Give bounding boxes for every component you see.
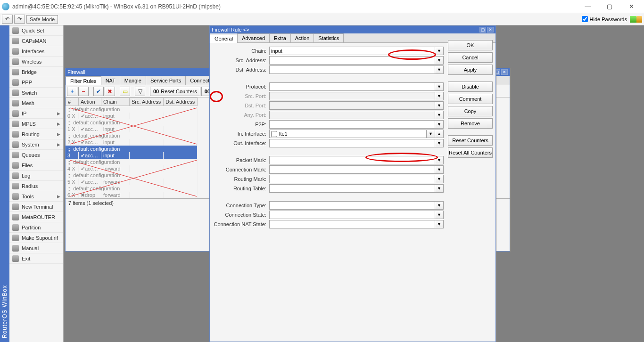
- table-row-comment[interactable]: ;;; default configuration: [66, 106, 198, 113]
- menu-item-wireless[interactable]: Wireless: [9, 57, 63, 67]
- firewall-tab-filter-rules[interactable]: Filter Rules: [66, 76, 101, 85]
- table-cell[interactable]: [164, 179, 198, 185]
- table-cell[interactable]: input: [101, 113, 130, 119]
- maximize-button[interactable]: ▢: [599, 0, 620, 13]
- dropdown-icon[interactable]: ▼: [435, 56, 444, 65]
- dialog-copy-button[interactable]: Copy: [448, 106, 493, 116]
- dialog-max-button[interactable]: ▢: [479, 27, 486, 33]
- table-cell[interactable]: 1 X: [66, 126, 79, 132]
- firewall-tab-nat[interactable]: NAT: [101, 76, 120, 85]
- remove-button[interactable]: –: [78, 87, 89, 96]
- table-cell[interactable]: ✖drop: [79, 192, 101, 198]
- menu-item-ip[interactable]: IP▶: [9, 108, 63, 119]
- table-cell[interactable]: forward: [101, 179, 130, 185]
- field-input-cnat[interactable]: [269, 220, 435, 228]
- table-cell[interactable]: input: [101, 126, 130, 132]
- menu-item-mpls[interactable]: MPLS▶: [9, 119, 63, 129]
- field-input-rmark[interactable]: [269, 175, 435, 183]
- dialog-tab-statistics[interactable]: Statistics: [314, 33, 344, 42]
- table-cell[interactable]: 0 X: [66, 113, 79, 119]
- enable-button[interactable]: ✔: [93, 87, 104, 96]
- table-cell[interactable]: [130, 113, 164, 119]
- table-cell[interactable]: [130, 179, 164, 185]
- add-button[interactable]: +: [67, 87, 77, 96]
- table-cell[interactable]: [130, 139, 164, 146]
- column-header[interactable]: Dst. Address: [164, 98, 198, 106]
- filter-button[interactable]: ▽: [135, 87, 145, 96]
- column-header[interactable]: Src. Address: [130, 98, 164, 106]
- column-header[interactable]: Action: [79, 98, 101, 106]
- table-cell[interactable]: [130, 152, 164, 159]
- table-cell[interactable]: [164, 113, 198, 119]
- table-cell[interactable]: 6 X: [66, 192, 79, 198]
- minimize-button[interactable]: —: [577, 0, 599, 13]
- dropdown-icon[interactable]: ▼: [435, 201, 444, 210]
- table-cell[interactable]: 3: [66, 152, 79, 159]
- redo-button[interactable]: ↷: [14, 15, 25, 24]
- table-cell[interactable]: [164, 192, 198, 198]
- table-cell[interactable]: input: [101, 152, 130, 159]
- dialog-comment-button[interactable]: Comment: [448, 94, 493, 104]
- menu-item-radius[interactable]: Radius: [9, 181, 63, 191]
- table-cell[interactable]: 5 X: [66, 179, 79, 185]
- table-cell[interactable]: ✔acc…: [79, 139, 101, 146]
- dialog-remove-button[interactable]: Remove: [448, 118, 493, 129]
- table-row-comment[interactable]: ;;; default configuration: [66, 159, 198, 165]
- field-input-cstate[interactable]: [269, 211, 435, 219]
- menu-item-switch[interactable]: Switch: [9, 88, 63, 98]
- table-cell[interactable]: ✔acc…: [79, 165, 101, 172]
- dropdown-icon[interactable]: ▼: [435, 47, 444, 55]
- menu-item-tools[interactable]: Tools▶: [9, 191, 63, 202]
- table-cell[interactable]: [164, 126, 198, 132]
- table-cell[interactable]: input: [101, 139, 130, 146]
- menu-item-new-terminal[interactable]: New Terminal: [9, 202, 63, 212]
- table-cell[interactable]: [130, 165, 164, 172]
- dropdown-icon[interactable]: ▼: [435, 211, 444, 219]
- safe-mode-button[interactable]: Safe Mode: [26, 15, 58, 24]
- table-row-comment[interactable]: ;;; default configuration: [66, 119, 198, 126]
- dialog-disable-button[interactable]: Disable: [448, 81, 493, 92]
- dialog-tab-general[interactable]: General: [210, 34, 238, 43]
- comment-button[interactable]: ▭: [120, 87, 130, 96]
- undo-button[interactable]: ↶: [2, 15, 13, 24]
- table-cell[interactable]: forward: [101, 192, 130, 198]
- hide-passwords-checkbox[interactable]: [582, 16, 588, 22]
- menu-item-quick-set[interactable]: Quick Set: [9, 25, 63, 36]
- field-input-p2p[interactable]: [269, 120, 435, 129]
- dropdown-icon[interactable]: ▼: [435, 156, 444, 164]
- field-input-proto[interactable]: [269, 82, 435, 91]
- table-cell[interactable]: [164, 139, 198, 146]
- menu-item-metarouter[interactable]: MetaROUTER: [9, 212, 63, 222]
- menu-item-make-supout-rif[interactable]: Make Supout.rif: [9, 233, 63, 243]
- dropdown-icon[interactable]: ▼: [435, 165, 444, 174]
- table-cell[interactable]: 2 X: [66, 139, 79, 146]
- table-cell[interactable]: forward: [101, 165, 130, 172]
- table-cell[interactable]: 4 X: [66, 165, 79, 172]
- table-cell[interactable]: [164, 152, 198, 159]
- dialog-reset-counters-button[interactable]: Reset Counters: [448, 135, 493, 146]
- menu-item-queues[interactable]: Queues: [9, 150, 63, 160]
- field-input-pmark[interactable]: [269, 156, 435, 164]
- dropdown-icon[interactable]: ▼: [435, 184, 444, 193]
- table-cell[interactable]: ✔acc…: [79, 126, 101, 132]
- menu-item-interfaces[interactable]: Interfaces: [9, 46, 63, 57]
- table-cell[interactable]: ✔acc…: [79, 152, 101, 159]
- dropdown-icon[interactable]: ▼: [435, 220, 444, 228]
- firewall-tab-mangle[interactable]: Mangle: [120, 76, 146, 85]
- menu-item-log[interactable]: Log: [9, 171, 63, 181]
- firewall-tab-service-ports[interactable]: Service Ports: [146, 76, 186, 85]
- dialog-tab-advanced[interactable]: Advanced: [237, 33, 270, 42]
- dropdown-icon[interactable]: ▼: [435, 82, 444, 91]
- dropdown-icon[interactable]: ▼: [435, 120, 444, 129]
- firewall-close-button[interactable]: ✕: [501, 69, 508, 75]
- menu-item-capsman[interactable]: CAPsMAN: [9, 36, 63, 46]
- dropdown-icon[interactable]: ▼: [435, 139, 444, 147]
- table-cell[interactable]: ✔acc…: [79, 179, 101, 185]
- disable-button[interactable]: ✖: [105, 87, 115, 96]
- dropdown-icon[interactable]: ▼: [427, 130, 435, 138]
- table-cell[interactable]: [130, 126, 164, 132]
- table-cell[interactable]: ✔acc…: [79, 113, 101, 119]
- menu-item-exit[interactable]: Exit: [9, 253, 63, 264]
- field-input-cmark[interactable]: [269, 165, 435, 174]
- column-header[interactable]: Chain: [101, 98, 130, 106]
